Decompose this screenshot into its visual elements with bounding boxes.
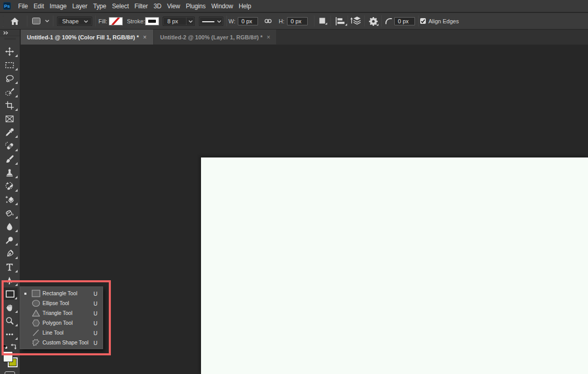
tool-preset-icon	[32, 18, 40, 24]
tab-untitled-2[interactable]: Untitled-2 @ 100% (Layer 1, RGB/8#) * ×	[153, 30, 276, 45]
tool-frame[interactable]	[0, 112, 20, 126]
quick-mask-icon[interactable]	[5, 371, 15, 374]
link-icon	[264, 19, 272, 23]
menu-filter[interactable]: Filter	[132, 0, 151, 12]
chevron-down-icon	[217, 20, 221, 23]
paint-bucket-tool-icon	[5, 209, 14, 218]
tools-panel-grabber[interactable]	[5, 38, 16, 40]
menu-edit[interactable]: Edit	[31, 0, 47, 12]
flyout-indicator-icon	[15, 135, 18, 138]
home-button[interactable]	[10, 13, 19, 29]
chevron-down-icon	[45, 20, 49, 22]
tool-blur[interactable]	[0, 220, 20, 234]
align-edges-checkbox[interactable]	[420, 13, 426, 29]
object-selection-tool-icon	[5, 88, 14, 96]
stroke-label: Stroke:	[127, 13, 145, 29]
tab-title: Untitled-2 @ 100% (Layer 1, RGB/8#) *	[154, 34, 263, 40]
fill-swatch[interactable]	[109, 13, 123, 29]
stroke-swatch[interactable]	[145, 13, 159, 29]
menu-image[interactable]: Image	[47, 0, 69, 12]
tool-mode-select[interactable]: Shape	[57, 17, 92, 26]
stroke-width-combo[interactable]: 8 px	[163, 17, 195, 26]
menu-select[interactable]: Select	[109, 0, 132, 12]
shape-height-label: H:	[279, 13, 284, 29]
pen-tool-icon	[5, 249, 14, 258]
annotation-highlight-rectangle	[2, 280, 111, 355]
tool-preset-picker[interactable]	[32, 13, 49, 29]
tab-close-icon[interactable]: ×	[267, 34, 270, 41]
link-dimensions-button[interactable]	[264, 13, 272, 29]
flyout-indicator-icon	[15, 162, 18, 165]
menu-window[interactable]: Window	[208, 0, 236, 12]
eyedropper-tool-icon	[5, 128, 14, 137]
tool-spot-healing-brush[interactable]	[0, 139, 20, 153]
menu-plugins[interactable]: Plugins	[183, 0, 208, 12]
flyout-indicator-icon	[15, 256, 18, 259]
stroke-style-combo[interactable]	[199, 17, 223, 26]
menu-type[interactable]: Type	[90, 0, 109, 12]
flyout-indicator-icon	[15, 54, 18, 57]
path-operations-button[interactable]	[319, 18, 327, 25]
flyout-indicator-icon	[15, 243, 18, 246]
history-brush-tool-icon	[5, 182, 14, 191]
tool-history-brush[interactable]	[0, 180, 20, 193]
stroke-width-value: 8 px	[163, 18, 178, 24]
tool-brush[interactable]	[0, 153, 20, 166]
align-left-icon	[336, 17, 348, 26]
tool-paint-bucket[interactable]	[0, 207, 20, 220]
menu-help[interactable]: Help	[236, 0, 254, 12]
eraser-tool-icon	[5, 195, 14, 204]
tab-close-icon[interactable]: ×	[143, 34, 147, 41]
document-tab-bar: Untitled-1 @ 100% (Color Fill 1, RGB/8#)…	[20, 30, 588, 45]
photoshop-window: Ps File Edit Image Layer Type Select Fil…	[0, 0, 588, 374]
corner-radius-input[interactable]: 0 px	[394, 17, 415, 25]
tool-crop[interactable]	[0, 99, 20, 112]
document-canvas[interactable]	[201, 157, 588, 374]
tool-rectangular-marquee[interactable]	[0, 59, 20, 72]
tool-lasso[interactable]	[0, 72, 20, 85]
dodge-tool-icon	[5, 236, 14, 244]
path-alignment-button[interactable]	[336, 17, 348, 26]
menu-bar: Ps File Edit Image Layer Type Select Fil…	[0, 0, 588, 12]
menu-file[interactable]: File	[16, 0, 31, 12]
shape-width-input[interactable]: 0 px	[238, 17, 258, 25]
menu-view[interactable]: View	[164, 0, 183, 12]
menu-layer[interactable]: Layer	[69, 0, 90, 12]
align-edges-label: Align Edges	[428, 13, 459, 29]
tool-object-selection[interactable]	[0, 85, 20, 99]
shape-width-value: 0 px	[241, 18, 252, 24]
shape-settings-button[interactable]	[369, 17, 379, 26]
photoshop-logo-text: Ps	[4, 4, 10, 9]
flyout-indicator-icon	[15, 203, 18, 205]
tool-move[interactable]	[0, 45, 20, 59]
path-arrangement-button[interactable]	[350, 17, 362, 26]
options-bar-grabber[interactable]	[3, 16, 4, 26]
checkmark-icon	[421, 19, 425, 23]
shape-height-input[interactable]: 0 px	[287, 17, 308, 25]
chevron-down-icon	[84, 20, 88, 23]
flyout-indicator-icon	[15, 229, 18, 232]
clone-stamp-tool-icon	[5, 168, 14, 177]
gear-icon	[369, 17, 379, 26]
tool-dodge[interactable]	[0, 234, 20, 247]
tool-eyedropper[interactable]	[0, 126, 20, 139]
blur-tool-icon	[5, 222, 14, 231]
tab-untitled-1[interactable]: Untitled-1 @ 100% (Color Fill 1, RGB/8#)…	[21, 30, 153, 45]
flyout-indicator-icon	[15, 108, 18, 111]
corner-radius-value: 0 px	[398, 18, 409, 24]
crop-tool-icon	[5, 101, 14, 110]
corner-radius-icon	[385, 18, 392, 24]
tool-eraser[interactable]	[0, 193, 20, 207]
stroke-color-preview	[148, 20, 156, 23]
frame-tool-icon	[5, 114, 14, 123]
collapse-panel-button[interactable]	[3, 31, 9, 35]
chevron-down-icon	[189, 20, 193, 23]
tool-type[interactable]	[0, 261, 20, 274]
menu-3d[interactable]: 3D	[151, 0, 164, 12]
tool-clone-stamp[interactable]	[0, 166, 20, 180]
flyout-indicator-icon	[15, 149, 18, 151]
tool-pen[interactable]	[0, 247, 20, 261]
type-tool-icon	[5, 263, 14, 271]
flyout-indicator-icon	[15, 270, 18, 272]
tools-panel-header	[0, 30, 20, 36]
